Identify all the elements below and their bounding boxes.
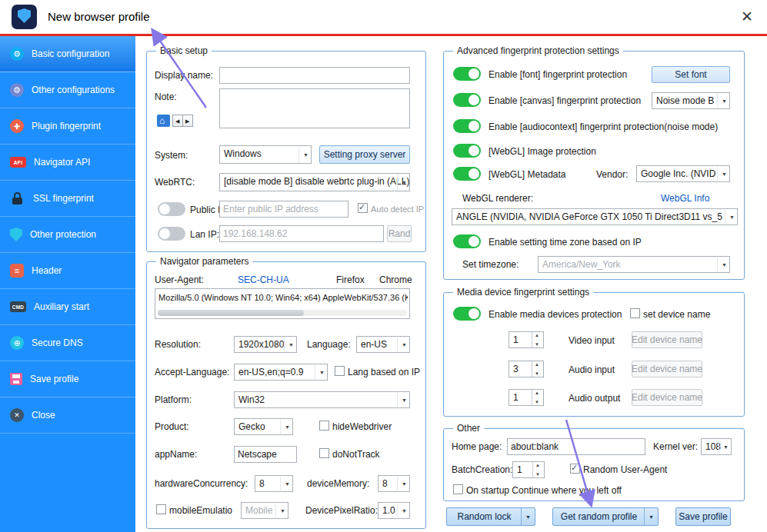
set-font-button[interactable]: Set font [652, 66, 730, 83]
webrtc-select[interactable]: [disable mode B] disable webrtc plug-in … [219, 173, 410, 191]
batch-creation-count[interactable]: 1 [512, 461, 545, 478]
sidebar-item-ssl-fingerprint[interactable]: SSL fingerprint [0, 181, 135, 217]
edit-audio-input-device-button[interactable]: Edit device name [632, 361, 702, 377]
edit-video-device-button[interactable]: Edit device name [632, 331, 702, 348]
sidebar-item-close[interactable]: ✕ Close [0, 397, 135, 434]
spinner-arrows-icon[interactable] [532, 332, 543, 347]
spinner-arrows-icon[interactable] [532, 462, 544, 477]
setting-proxy-server-button[interactable]: Setting proxy server [319, 145, 410, 164]
ua-scrollbar-thumb[interactable] [158, 310, 304, 316]
lan-ip-input[interactable]: 192.168.148.62 [219, 225, 384, 242]
startup-continue-checkbox[interactable] [453, 484, 463, 494]
logo-shield-icon [18, 8, 31, 23]
audiocontext-protection-toggle[interactable] [453, 119, 481, 133]
home-page-input[interactable]: about:blank [507, 438, 645, 455]
lan-ip-toggle[interactable] [158, 227, 185, 241]
video-input-label: Video input [569, 335, 615, 346]
public-ip-input[interactable]: Enter public IP address [219, 201, 348, 218]
audio-output-count-value: 1 [513, 392, 519, 403]
random-lock-button[interactable]: Random lock [446, 507, 535, 526]
media-protection-toggle[interactable] [453, 307, 481, 321]
shield-icon [10, 228, 22, 241]
timezone-select[interactable]: America/New_York [538, 256, 730, 273]
kernel-version-value: 108 [705, 441, 721, 452]
webgl-image-toggle[interactable] [453, 144, 481, 158]
home-icon[interactable] [157, 115, 170, 127]
language-select[interactable]: en-US [356, 336, 410, 353]
lock-icon [10, 191, 25, 205]
kernel-version-select[interactable]: 108 [701, 438, 732, 455]
get-random-profile-button[interactable]: Get random profile [552, 507, 659, 526]
audio-input-count[interactable]: 3 [509, 361, 544, 377]
plugin-icon: ✚ [10, 119, 24, 133]
device-memory-select[interactable]: 8 [378, 475, 410, 492]
auto-detect-ip-checkbox[interactable] [358, 203, 368, 213]
video-input-count[interactable]: 1 [509, 331, 544, 348]
advanced-fingerprint-legend: Advanced fingerprint protection settings [453, 45, 623, 56]
display-name-input[interactable] [219, 67, 410, 84]
device-pixel-ratio-label: DevicePixelRatio: [305, 505, 378, 516]
sidebar-item-plugin-fingerprint[interactable]: ✚ Plugin fingerprint [0, 108, 135, 145]
batch-creation-label: BatchCreation: [452, 464, 512, 475]
new-browser-profile-window: New browser profile ⚙ Basic configuratio… [0, 0, 767, 532]
edit-audio-output-device-button[interactable]: Edit device name [632, 389, 702, 406]
sidebar-item-save-profile[interactable]: Save profile [0, 361, 135, 397]
sec-ch-ua-link[interactable]: SEC-CH-UA [238, 274, 289, 285]
arrow-right-icon[interactable] [182, 115, 193, 127]
ua-scrollbar-track[interactable] [158, 310, 407, 316]
mobile-emulation-checkbox[interactable] [156, 504, 166, 514]
chevron-down-icon[interactable] [521, 508, 535, 525]
canvas-protection-toggle[interactable] [453, 93, 481, 107]
sidebar-item-other-configurations[interactable]: ⚙ Other configurations [0, 72, 135, 108]
save-profile-button[interactable]: Save profile [675, 507, 731, 526]
webgl-metadata-toggle[interactable] [453, 167, 481, 181]
header-icon: ≡ [10, 264, 24, 278]
hide-webdriver-checkbox[interactable] [319, 421, 329, 431]
vendor-select[interactable]: Google Inc. (NVID [636, 165, 730, 182]
accept-language-label: Accept-Language: [155, 367, 229, 377]
device-pixel-ratio-select[interactable]: 1.0 [378, 502, 410, 519]
mobile-emulation-select[interactable]: Mobile [241, 502, 288, 519]
sidebar-item-navigator-api[interactable]: API Navigator API [0, 145, 135, 181]
app-name-input[interactable]: Netscape [234, 446, 297, 463]
sidebar-item-basic-configuration[interactable]: ⚙ Basic configuration [0, 36, 135, 72]
set-device-name-checkbox[interactable] [630, 308, 640, 318]
save-profile-label: Save profile [679, 511, 727, 522]
system-select-value: Windows [224, 148, 262, 159]
canvas-noise-mode-select[interactable]: Noise mode B [652, 92, 730, 109]
resolution-select[interactable]: 1920x1080 [234, 336, 297, 353]
system-label: System: [155, 150, 188, 161]
firefox-option[interactable]: Firefox [336, 274, 365, 285]
font-protection-toggle[interactable] [453, 67, 481, 81]
do-not-track-checkbox[interactable] [319, 448, 329, 458]
basic-setup-group: Basic setup Display name: Note: System: … [146, 51, 426, 252]
accept-language-select[interactable]: en-US,en;q=0.9 [234, 364, 328, 381]
hardware-concurrency-select[interactable]: 8 [255, 475, 293, 492]
lang-based-on-ip-checkbox[interactable] [335, 366, 345, 376]
spinner-arrows-icon[interactable] [532, 390, 543, 405]
sidebar-item-auxiliary-start[interactable]: CMD Auxiliary start [0, 289, 135, 325]
public-ip-toggle[interactable] [158, 202, 185, 216]
product-select[interactable]: Gecko [234, 418, 293, 435]
accept-language-value: en-US,en;q=0.9 [238, 367, 303, 377]
sidebar-item-secure-dns[interactable]: ⊕ Secure DNS [0, 325, 135, 361]
arrow-left-icon[interactable] [172, 115, 183, 127]
note-textarea[interactable] [219, 88, 410, 128]
webgl-info-link[interactable]: WebGL Info [661, 193, 709, 204]
sidebar-item-other-protection[interactable]: Other protection [0, 217, 135, 253]
system-select[interactable]: Windows [219, 145, 312, 164]
sidebar-item-header[interactable]: ≡ Header [0, 253, 135, 289]
rand-button[interactable]: Rand [387, 225, 412, 242]
close-icon[interactable] [738, 6, 758, 26]
chrome-option[interactable]: Chrome [379, 274, 412, 285]
timezone-by-ip-toggle[interactable] [453, 234, 481, 248]
user-agent-input[interactable]: Mozilla/5.0 (Windows NT 10.0; Win64; x64… [155, 288, 410, 319]
spinner-arrows-icon[interactable] [532, 361, 543, 377]
audio-output-count[interactable]: 1 [509, 389, 544, 406]
chevron-down-icon[interactable] [644, 508, 658, 525]
random-user-agent-checkbox[interactable] [570, 464, 580, 474]
language-value: en-US [361, 339, 387, 350]
media-devices-legend: Media device fingerprint settings [453, 287, 593, 298]
webgl-renderer-select[interactable]: ANGLE (NVIDIA, NVIDIA GeForce GTX 1050 T… [452, 208, 738, 225]
platform-select[interactable]: Win32 [234, 391, 410, 408]
